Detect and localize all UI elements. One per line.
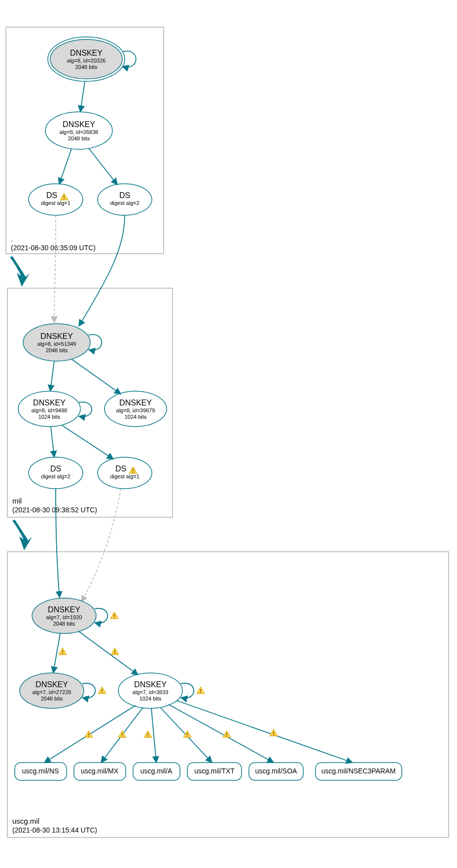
svg-text:uscg.mil/A: uscg.mil/A: [141, 767, 173, 775]
svg-text:digest alg=1: digest alg=1: [110, 473, 140, 479]
svg-text:alg=8, id=51349: alg=8, id=51349: [37, 341, 76, 347]
zone-uscg: uscg.mil (2021-08-30 13:15:44 UTC) DNSKE…: [7, 489, 449, 837]
svg-text:DNSKEY: DNSKEY: [48, 605, 80, 614]
svg-text:!: !: [147, 733, 148, 738]
zone-uscg-timestamp: (2021-08-30 13:15:44 UTC): [12, 826, 97, 834]
warning-icon: !: [223, 731, 231, 738]
edge-uscgksk-k2: [53, 634, 60, 673]
svg-text:alg=7, id=27228: alg=7, id=27228: [33, 689, 71, 695]
edge-milksk-zsk1: [50, 361, 54, 391]
node-rr-ns[interactable]: uscg.mil/NS: [15, 763, 67, 780]
delegation-arrow-mil-uscg: [12, 520, 32, 550]
warning-icon: !: [183, 731, 191, 738]
svg-text:DNSKEY: DNSKEY: [33, 399, 66, 407]
svg-text:alg=7, id=1920: alg=7, id=1920: [46, 614, 82, 620]
zone-root: . (2021-08-30 06:35:09 UTC) DNSKEY alg=8…: [6, 27, 164, 254]
edge-milds2-uscgksk: [56, 489, 60, 598]
svg-text:DS: DS: [46, 191, 57, 200]
svg-text:uscg.mil/NSEC3PARAM: uscg.mil/NSEC3PARAM: [321, 767, 396, 775]
svg-text:!: !: [62, 650, 63, 655]
svg-text:DS: DS: [119, 191, 130, 200]
edge-uscgksk-zsk: [79, 632, 138, 675]
svg-text:digest alg=1: digest alg=1: [41, 200, 70, 206]
svg-text:!: !: [114, 650, 115, 655]
node-uscg-k2[interactable]: DNSKEY alg=7, id=27228 2048 bits: [20, 673, 84, 708]
svg-text:alg=8, id=20326: alg=8, id=20326: [67, 58, 106, 64]
svg-text:DNSKEY: DNSKEY: [40, 332, 73, 340]
edge-self-mil-zsk1: [79, 402, 92, 417]
node-rr-nsec3[interactable]: uscg.mil/NSEC3PARAM: [316, 763, 402, 780]
svg-text:!: !: [121, 733, 123, 738]
edge-rootzsk-ds2: [89, 148, 117, 185]
svg-text:uscg.mil/SOA: uscg.mil/SOA: [255, 767, 297, 775]
svg-point-14: [98, 184, 152, 215]
svg-text:DS: DS: [115, 465, 126, 473]
svg-text:2048 bits: 2048 bits: [41, 696, 63, 701]
svg-text:!: !: [88, 733, 89, 738]
edge-rootksk-rootzsk: [80, 81, 85, 112]
zone-mil-name: mil: [12, 497, 22, 505]
svg-text:alg=8, id=26838: alg=8, id=26838: [60, 129, 99, 135]
svg-text:DS: DS: [50, 465, 61, 473]
svg-text:!: !: [186, 733, 188, 738]
svg-point-33: [98, 457, 152, 489]
node-mil-zsk1[interactable]: DNSKEY alg=8, id=9498 1024 bits: [18, 391, 80, 427]
svg-text:alg=8, id=39879: alg=8, id=39879: [116, 407, 155, 413]
node-mil-ksk[interactable]: DNSKEY alg=8, id=51349 2048 bits: [23, 324, 90, 361]
delegation-arrow-root-mil: [10, 256, 30, 287]
edge-milzsk1-ds1: [62, 425, 113, 459]
warning-icon: !: [270, 729, 278, 736]
node-mil-zsk2[interactable]: DNSKEY alg=8, id=39879 1024 bits: [105, 391, 167, 427]
edge-self-uscg-ksk: [95, 608, 107, 623]
edge-self-uscg-k2: [82, 683, 95, 698]
warning-icon: !: [59, 648, 67, 655]
zone-mil-timestamp: (2021-08-30 09:38:52 UTC): [12, 506, 97, 514]
svg-text:1024 bits: 1024 bits: [38, 414, 61, 420]
svg-text:!: !: [273, 731, 274, 736]
svg-point-10: [29, 184, 83, 215]
warning-icon: !: [98, 687, 106, 694]
warning-icon: !: [110, 612, 118, 619]
node-mil-ds2[interactable]: DS digest alg=2: [29, 457, 83, 489]
svg-text:uscg.mil/MX: uscg.mil/MX: [81, 767, 119, 775]
svg-text:!: !: [63, 195, 65, 200]
svg-text:1024 bits: 1024 bits: [140, 696, 162, 701]
node-rr-soa[interactable]: uscg.mil/SOA: [249, 763, 303, 780]
edge-self-root-ksk: [122, 51, 136, 67]
svg-text:2048 bits: 2048 bits: [68, 135, 90, 141]
edge-ds1-milksk: [54, 215, 56, 323]
zone-root-name: .: [11, 234, 13, 243]
svg-text:1024 bits: 1024 bits: [125, 414, 147, 420]
zone-uscg-name: uscg.mil: [12, 817, 39, 825]
svg-text:alg=7, id=3833: alg=7, id=3833: [133, 689, 169, 695]
svg-text:!: !: [113, 614, 115, 619]
node-uscg-zsk[interactable]: DNSKEY alg=7, id=3833 1024 bits: [118, 673, 182, 708]
edge-milzsk1-ds2: [51, 427, 54, 457]
node-uscg-ksk[interactable]: DNSKEY alg=7, id=1920 2048 bits: [32, 598, 96, 634]
node-root-ds1[interactable]: DS digest alg=1 !: [29, 184, 83, 215]
svg-text:DNSKEY: DNSKEY: [70, 49, 103, 57]
node-root-ksk[interactable]: DNSKEY alg=8, id=20326 2048 bits: [48, 37, 125, 81]
node-mil-ds1[interactable]: DS digest alg=1 !: [98, 457, 152, 489]
svg-text:!: !: [200, 689, 201, 694]
node-rr-txt[interactable]: uscg.mil/TXT: [187, 763, 242, 780]
svg-text:uscg.mil/NS: uscg.mil/NS: [22, 767, 59, 775]
zone-mil: mil (2021-08-30 09:38:52 UTC) DNSKEY alg…: [7, 215, 173, 517]
svg-text:DNSKEY: DNSKEY: [119, 399, 152, 407]
edge-zsk-a: [151, 708, 156, 763]
dnssec-graph: . (2021-08-30 06:35:09 UTC) DNSKEY alg=8…: [0, 0, 457, 868]
node-rr-a[interactable]: uscg.mil/A: [133, 763, 180, 780]
svg-text:digest alg=2: digest alg=2: [110, 200, 140, 206]
warning-icon: !: [144, 731, 152, 738]
svg-text:DNSKEY: DNSKEY: [134, 680, 167, 689]
svg-text:DNSKEY: DNSKEY: [63, 120, 95, 129]
edge-self-mil-ksk: [89, 334, 102, 350]
node-root-zsk[interactable]: DNSKEY alg=8, id=26838 2048 bits: [45, 112, 112, 149]
edge-milksk-zsk2: [71, 359, 121, 394]
warning-icon: !: [85, 731, 93, 738]
node-rr-mx[interactable]: uscg.mil/MX: [74, 763, 126, 780]
edge-self-uscg-zsk: [181, 683, 194, 698]
svg-text:!: !: [226, 733, 227, 738]
svg-text:!: !: [132, 468, 134, 474]
node-root-ds2[interactable]: DS digest alg=2: [98, 184, 152, 215]
